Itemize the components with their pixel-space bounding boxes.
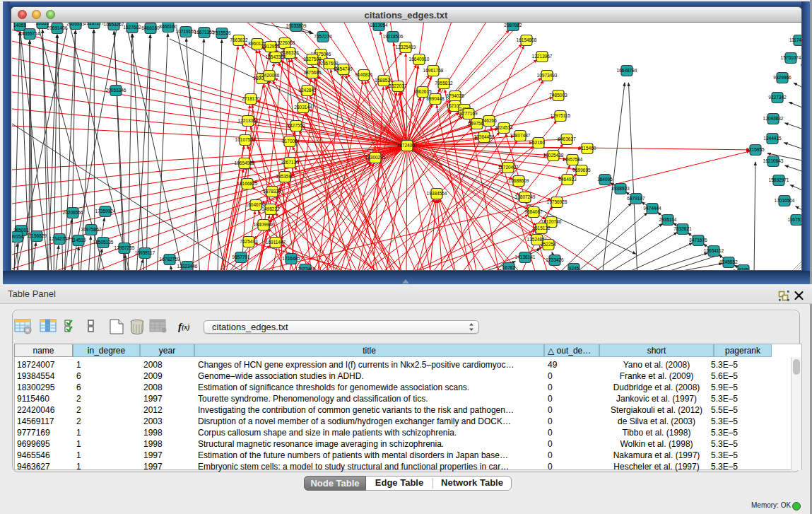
svg-text:8990448: 8990448 bbox=[426, 96, 445, 101]
svg-text:5878334: 5878334 bbox=[263, 189, 281, 194]
svg-text:2005533: 2005533 bbox=[66, 23, 85, 26]
svg-text:30975867: 30975867 bbox=[81, 227, 102, 232]
svg-text:3267130: 3267130 bbox=[281, 160, 299, 165]
svg-text:11156829: 11156829 bbox=[27, 233, 47, 238]
svg-text:9464923: 9464923 bbox=[558, 177, 577, 182]
svg-text:9227342: 9227342 bbox=[768, 95, 787, 100]
svg-text:10719155: 10719155 bbox=[176, 29, 196, 34]
svg-text:7485003: 7485003 bbox=[549, 93, 567, 98]
svg-text:16671355: 16671355 bbox=[194, 30, 215, 35]
svg-text:22420046: 22420046 bbox=[259, 73, 280, 78]
svg-text:8454749: 8454749 bbox=[334, 66, 353, 71]
svg-text:9474444: 9474444 bbox=[643, 206, 661, 211]
svg-text:11174508: 11174508 bbox=[789, 37, 801, 42]
svg-text:6466160: 6466160 bbox=[141, 25, 160, 30]
svg-text:1362615: 1362615 bbox=[413, 89, 432, 94]
svg-text:17957255: 17957255 bbox=[114, 245, 135, 250]
svg-text:16640910: 16640910 bbox=[409, 57, 430, 62]
svg-text:8471676: 8471676 bbox=[689, 238, 707, 243]
svg-text:10107553: 10107553 bbox=[235, 137, 256, 142]
svg-text:10807487: 10807487 bbox=[510, 133, 531, 138]
svg-text:15692971: 15692971 bbox=[769, 177, 789, 182]
svg-text:9245: 9245 bbox=[739, 267, 749, 270]
svg-text:9329966: 9329966 bbox=[773, 75, 792, 80]
svg-text:10973493: 10973493 bbox=[537, 73, 558, 78]
svg-text:1615132: 1615132 bbox=[532, 226, 551, 230]
svg-text:12325419: 12325419 bbox=[396, 45, 416, 49]
svg-text:12323446: 12323446 bbox=[177, 264, 198, 269]
svg-text:13226058: 13226058 bbox=[275, 40, 295, 45]
svg-text:10654112: 10654112 bbox=[704, 248, 724, 253]
svg-text:1733426: 1733426 bbox=[546, 257, 564, 262]
svg-text:16782759: 16782759 bbox=[160, 257, 180, 262]
svg-text:7663822: 7663822 bbox=[230, 37, 248, 42]
svg-text:19218506: 19218506 bbox=[383, 34, 404, 39]
svg-text:20053346: 20053346 bbox=[106, 88, 126, 93]
svg-text:15751074: 15751074 bbox=[781, 55, 801, 60]
svg-text:9115460: 9115460 bbox=[579, 146, 596, 151]
svg-text:62160: 62160 bbox=[532, 140, 545, 145]
svg-text:16648784: 16648784 bbox=[617, 68, 637, 73]
svg-text:17016504: 17016504 bbox=[775, 198, 795, 203]
svg-text:1353594: 1353594 bbox=[276, 174, 294, 179]
svg-text:9242845: 9242845 bbox=[298, 88, 317, 93]
svg-text:12342757: 12342757 bbox=[49, 236, 70, 241]
svg-text:19384554: 19384554 bbox=[427, 191, 447, 196]
svg-text:12505135: 12505135 bbox=[93, 240, 114, 245]
svg-text:14055714: 14055714 bbox=[20, 31, 40, 36]
svg-text:19654985: 19654985 bbox=[235, 160, 255, 165]
svg-text:14957584: 14957584 bbox=[563, 157, 583, 162]
svg-text:18409948: 18409948 bbox=[254, 222, 274, 227]
svg-text:9463627: 9463627 bbox=[558, 136, 576, 141]
svg-text:9684067: 9684067 bbox=[524, 209, 543, 214]
svg-text:2803144: 2803144 bbox=[294, 105, 312, 110]
svg-text:12923466: 12923466 bbox=[295, 267, 316, 270]
svg-text:16782: 16782 bbox=[502, 265, 515, 270]
svg-text:3215955: 3215955 bbox=[746, 147, 765, 152]
svg-text:9146821: 9146821 bbox=[355, 72, 373, 77]
svg-text:1527602: 1527602 bbox=[123, 25, 141, 30]
svg-text:12975115: 12975115 bbox=[551, 113, 571, 118]
svg-text:817006: 817006 bbox=[282, 139, 298, 144]
svg-text:16961758: 16961758 bbox=[423, 68, 444, 73]
svg-text:19337177: 19337177 bbox=[84, 23, 105, 25]
svg-text:1244415: 1244415 bbox=[763, 136, 782, 141]
svg-text:18724007: 18724007 bbox=[397, 143, 418, 148]
svg-text:9327508: 9327508 bbox=[303, 57, 322, 62]
svg-text:1588520: 1588520 bbox=[375, 78, 393, 83]
svg-text:114519: 114519 bbox=[71, 238, 86, 243]
svg-text:16033809: 16033809 bbox=[286, 23, 307, 28]
svg-text:6879197: 6879197 bbox=[627, 196, 645, 201]
svg-text:6794028: 6794028 bbox=[446, 93, 464, 98]
svg-text:12213369: 12213369 bbox=[238, 118, 259, 123]
svg-text:1498222: 1498222 bbox=[261, 206, 280, 211]
svg-text:2367608: 2367608 bbox=[320, 61, 339, 66]
svg-text:1716485: 1716485 bbox=[282, 256, 300, 261]
svg-text:15720407: 15720407 bbox=[498, 165, 519, 170]
svg-text:39154: 39154 bbox=[12, 234, 23, 239]
svg-text:18807249: 18807249 bbox=[515, 194, 536, 199]
svg-text:2718170: 2718170 bbox=[242, 96, 260, 101]
svg-text:14136141: 14136141 bbox=[515, 255, 536, 259]
svg-text:8938923: 8938923 bbox=[611, 186, 630, 191]
svg-text:16543362: 16543362 bbox=[266, 54, 286, 59]
svg-text:7632621: 7632621 bbox=[673, 226, 692, 231]
svg-text:18300295: 18300295 bbox=[365, 155, 386, 160]
svg-text:17359924: 17359924 bbox=[95, 209, 116, 214]
svg-text:16154808: 16154808 bbox=[517, 37, 537, 42]
svg-text:12213967: 12213967 bbox=[532, 54, 553, 59]
svg-text:12093832: 12093832 bbox=[763, 116, 784, 121]
svg-text:8427552: 8427552 bbox=[287, 123, 305, 128]
svg-text:8466160: 8466160 bbox=[159, 24, 177, 29]
svg-text:3875685: 3875685 bbox=[303, 70, 322, 75]
svg-text:10688609: 10688609 bbox=[509, 178, 529, 183]
svg-text:16911447: 16911447 bbox=[266, 240, 286, 245]
svg-text:10025438: 10025438 bbox=[543, 153, 564, 158]
svg-text:9699695: 9699695 bbox=[572, 168, 591, 173]
svg-text:746266: 746266 bbox=[481, 118, 497, 123]
svg-text:7515526: 7515526 bbox=[213, 30, 231, 35]
svg-text:9245: 9245 bbox=[569, 266, 579, 270]
svg-text:16210643: 16210643 bbox=[763, 158, 784, 163]
svg-text:(x): (x) bbox=[182, 323, 190, 332]
svg-text:2935114: 2935114 bbox=[659, 217, 677, 222]
